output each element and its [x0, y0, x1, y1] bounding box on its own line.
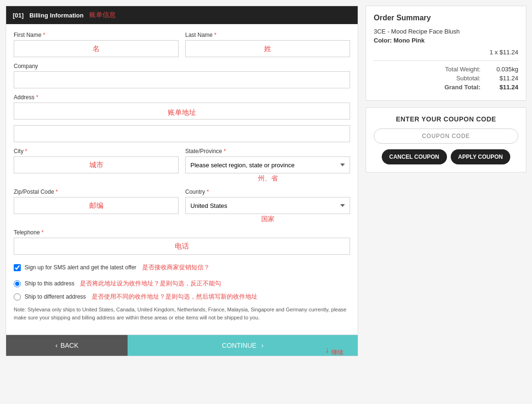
total-weight-label: Total Weight: [445, 66, 481, 73]
address-input-1[interactable] [14, 103, 350, 120]
total-weight-row: Total Weight: 0.035kg [374, 66, 518, 73]
right-column: Order Summary 3CE - Mood Recipe Face Blu… [366, 6, 526, 356]
subtotal-label: Subtotal: [456, 75, 481, 82]
back-arrow-icon: ‹ [55, 342, 58, 349]
ship-different-row: Ship to different address 是否使用不同的收件地址？是则… [14, 292, 350, 301]
chinese-header-title: 账单信息 [89, 11, 116, 19]
telephone-input[interactable] [14, 238, 350, 255]
billing-section-header: [01] Billing Information 账单信息 [6, 6, 358, 24]
color-label: Color: [374, 37, 392, 44]
grand-total-value: $11.24 [490, 84, 518, 91]
city-label: City * [14, 148, 179, 155]
last-name-input[interactable] [185, 40, 350, 57]
coupon-title: ENTER YOUR COUPON CODE [374, 115, 518, 123]
state-select[interactable]: Please select region, state or province [185, 156, 350, 173]
ship-this-radio[interactable] [14, 280, 21, 287]
ship-different-radio[interactable] [14, 293, 21, 301]
continue-button[interactable]: CONTINUE › ↓ 继续 [128, 335, 358, 356]
section-title: Billing Information [29, 12, 84, 19]
total-weight-value: 0.035kg [490, 66, 518, 73]
shipping-note: Note: Stylevana only ships to United Sta… [14, 306, 350, 321]
city-input[interactable] [14, 156, 179, 173]
product-color: Color: Mono Pink [374, 37, 518, 44]
zip-label: Zip/Postal Code * [14, 189, 179, 195]
sms-label: Sign up for SMS alert and get the latest… [25, 264, 137, 271]
red-arrow-icon: ↓ [325, 345, 329, 355]
sms-hint: 是否接收商家促销短信？ [142, 263, 210, 272]
order-summary-title: Order Summary [374, 14, 518, 22]
subtotal-row: Subtotal: $11.24 [374, 75, 518, 82]
first-name-label: First Name * [14, 32, 179, 38]
ship-this-label: Ship to this address [25, 280, 74, 287]
address-label: Address * [14, 94, 350, 101]
company-label: Company [14, 63, 350, 69]
order-summary-box: Order Summary 3CE - Mood Recipe Face Blu… [366, 6, 526, 101]
form-actions: ‹ BACK CONTINUE › ↓ 继续 [6, 335, 358, 356]
ship-this-row: Ship to this address 是否将此地址设为收件地址？是则勾选，反… [14, 279, 350, 288]
cancel-coupon-button[interactable]: CANCEL COUPON [382, 149, 447, 164]
sms-checkbox-row: Sign up for SMS alert and get the latest… [14, 260, 350, 275]
last-name-label: Last Name * [185, 32, 350, 38]
grand-total-label: Grand Total: [445, 84, 481, 91]
back-button[interactable]: ‹ BACK [6, 335, 128, 356]
coupon-box: ENTER YOUR COUPON CODE CANCEL COUPON APP… [366, 107, 526, 172]
ship-this-hint: 是否将此地址设为收件地址？是则勾选，反正不能勾 [80, 279, 221, 288]
back-label: BACK [60, 342, 78, 349]
coupon-input[interactable] [374, 129, 518, 144]
apply-coupon-button[interactable]: APPLY COUPON [451, 149, 511, 164]
country-select[interactable]: United States [185, 197, 350, 214]
sms-checkbox[interactable] [14, 264, 21, 271]
first-name-input[interactable] [14, 40, 179, 57]
continue-label: CONTINUE [222, 342, 257, 349]
continue-hint: 继续 [331, 348, 343, 357]
country-label: Country * [185, 189, 350, 195]
address-input-2[interactable] [14, 125, 350, 142]
coupon-buttons: CANCEL COUPON APPLY COUPON [374, 149, 518, 164]
color-value: Mono Pink [394, 37, 425, 44]
grand-total-row: Grand Total: $11.24 [374, 84, 518, 91]
country-hint: 国家 [185, 215, 350, 223]
subtotal-value: $11.24 [490, 75, 518, 82]
company-input[interactable] [14, 71, 350, 88]
product-name: 3CE - Mood Recipe Face Blush [374, 28, 518, 35]
state-hint: 州、省 [185, 174, 350, 183]
product-price-row: 1 x $11.24 [374, 49, 518, 61]
ship-different-label: Ship to different address [25, 293, 86, 300]
state-label: State/Province * [185, 148, 350, 155]
ship-different-hint: 是否使用不同的收件地址？是则勾选，然后填写新的收件地址 [92, 292, 257, 301]
continue-arrow-icon: › [261, 342, 264, 349]
zip-input[interactable] [14, 197, 179, 214]
quantity-price: 1 x $11.24 [489, 49, 518, 56]
telephone-label: Telephone * [14, 229, 350, 236]
step-label: [01] [13, 12, 24, 19]
